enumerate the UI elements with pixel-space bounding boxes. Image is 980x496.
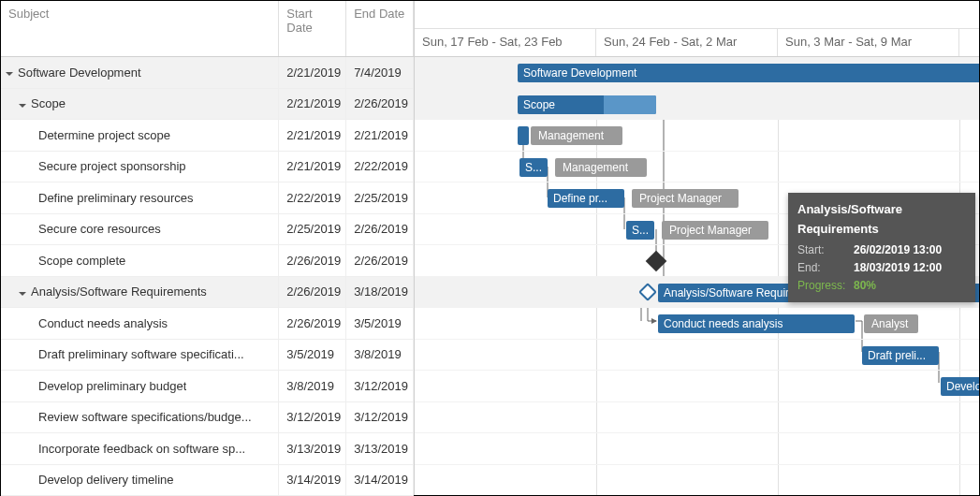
gantt-row[interactable]: Scope: [415, 89, 979, 121]
resource-tag: Analyst: [864, 314, 918, 333]
task-end-date: 2/25/2019: [346, 182, 414, 213]
timeline-week: Sun, 24 Feb - Sat, 2 Mar: [596, 29, 778, 56]
task-start-date: 3/13/2019: [279, 433, 346, 464]
task-row[interactable]: Develop preliminary budget3/8/20193/12/2…: [1, 371, 414, 402]
resource-tag: Project Manager: [662, 221, 768, 240]
task-end-date: 2/26/2019: [346, 245, 414, 276]
expand-caret-icon[interactable]: [18, 287, 27, 297]
task-row[interactable]: Define preliminary resources2/22/20192/2…: [1, 182, 414, 214]
task-start-date: 2/21/2019: [279, 89, 346, 120]
gantt-row[interactable]: [415, 465, 979, 496]
gantt-bar[interactable]: S...: [626, 221, 654, 240]
task-end-date: 3/12/2019: [346, 402, 414, 433]
gantt-timeline-header: Sun, 17 Feb - Sat, 23 FebSun, 24 Feb - S…: [415, 1, 979, 57]
task-subject: Scope complete: [38, 254, 125, 268]
resource-tag: Project Manager: [632, 189, 739, 208]
task-start-date: 2/21/2019: [279, 57, 346, 88]
task-end-date: 3/5/2019: [346, 308, 414, 339]
task-subject: Conduct needs analysis: [38, 316, 168, 330]
task-row[interactable]: Secure project sponsorship2/21/20192/22/…: [1, 152, 414, 183]
task-end-date: 3/18/2019: [346, 277, 414, 308]
gantt-row[interactable]: [415, 402, 979, 434]
task-row[interactable]: Scope2/21/20192/26/2019: [1, 89, 414, 121]
gantt-bar[interactable]: Develo: [941, 377, 979, 396]
gantt-row[interactable]: Management: [415, 120, 979, 152]
resource-tag: Management: [531, 126, 622, 145]
timeline-week: Sun, 17 Feb - Sat, 23 Feb: [415, 29, 596, 56]
task-end-date: 3/12/2019: [346, 371, 414, 401]
gantt-row[interactable]: S...Management: [415, 152, 979, 183]
gantt-row[interactable]: Software Development: [415, 57, 979, 89]
task-start-date: 2/26/2019: [279, 245, 346, 276]
task-row[interactable]: Scope complete2/26/20192/26/2019: [1, 245, 414, 277]
task-subject: Secure project sponsorship: [38, 159, 186, 173]
task-end-date: 2/22/2019: [346, 152, 414, 182]
gantt-row[interactable]: [415, 433, 979, 465]
gantt-bar[interactable]: Draft preli...: [862, 346, 939, 365]
task-end-date: 2/26/2019: [346, 214, 414, 245]
task-end-date: 3/13/2019: [346, 433, 414, 464]
milestone-open-marker[interactable]: [638, 283, 657, 301]
timeline-week: Sun, 3 Mar - Sat, 9 Mar: [778, 29, 959, 56]
task-end-date: 3/8/2019: [346, 340, 414, 371]
task-row[interactable]: Software Development2/21/20197/4/2019: [1, 57, 414, 89]
task-subject: Draft preliminary software specificati..…: [38, 347, 244, 361]
task-subject: Define preliminary resources: [38, 191, 193, 205]
tooltip-start-label: Start:: [797, 241, 854, 259]
task-row[interactable]: Determine project scope2/21/20192/21/201…: [1, 120, 414, 152]
expand-caret-icon[interactable]: [5, 67, 14, 77]
gantt-bar[interactable]: [518, 126, 529, 145]
gantt-bar[interactable]: Define pr...: [548, 189, 624, 208]
gantt-bar[interactable]: Scope: [518, 95, 656, 114]
task-end-date: 7/4/2019: [346, 57, 414, 88]
task-subject: Determine project scope: [38, 128, 170, 142]
task-subject: Incorporate feedback on software sp...: [38, 442, 245, 456]
task-start-date: 2/26/2019: [279, 277, 346, 308]
gantt-bar[interactable]: Conduct needs analysis: [658, 314, 855, 333]
task-subject: Develop delivery timeline: [38, 473, 174, 487]
task-subject: Develop preliminary budget: [38, 379, 186, 393]
task-end-date: 2/21/2019: [346, 120, 414, 151]
task-start-date: 2/21/2019: [279, 120, 346, 151]
tooltip-title: Analysis/Software Requirements: [797, 200, 966, 240]
task-start-date: 3/8/2019: [279, 371, 346, 401]
task-end-date: 2/26/2019: [346, 89, 414, 120]
tooltip-progress-value: 80%: [854, 279, 876, 292]
gantt-bar[interactable]: Software Development: [518, 64, 979, 82]
column-header-start-date[interactable]: Start Date: [279, 1, 346, 56]
task-start-date: 3/14/2019: [279, 465, 346, 496]
task-row[interactable]: Develop delivery timeline3/14/20193/14/2…: [1, 465, 414, 497]
expand-caret-icon[interactable]: [18, 99, 27, 109]
task-row[interactable]: Conduct needs analysis2/26/20193/5/2019: [1, 308, 414, 340]
tooltip-end-label: End:: [797, 259, 854, 277]
task-row[interactable]: Incorporate feedback on software sp...3/…: [1, 433, 414, 465]
resource-tag: Management: [555, 158, 647, 177]
task-subject: Secure core resources: [38, 222, 161, 236]
gantt-row[interactable]: Draft preli...: [415, 340, 979, 372]
task-start-date: 3/12/2019: [279, 402, 346, 433]
gantt-row[interactable]: Conduct needs analysisAnalyst: [415, 308, 979, 340]
task-subject: Analysis/Software Requirements: [31, 284, 207, 299]
tooltip-start-value: 26/02/2019 13:00: [854, 243, 942, 256]
gantt-bar[interactable]: S...: [519, 158, 548, 177]
task-tree-panel: Subject Start Date End Date Software Dev…: [1, 1, 415, 495]
task-start-date: 2/26/2019: [279, 308, 346, 339]
column-header-end-date[interactable]: End Date: [346, 1, 414, 56]
milestone-marker[interactable]: [646, 251, 667, 272]
task-subject: Scope: [31, 96, 66, 110]
task-row[interactable]: Review software specifications/budge...3…: [1, 402, 414, 434]
task-row[interactable]: Analysis/Software Requirements2/26/20193…: [1, 277, 414, 309]
task-start-date: 2/21/2019: [279, 152, 346, 182]
task-end-date: 3/14/2019: [346, 465, 414, 496]
gantt-row[interactable]: Develo: [415, 371, 979, 402]
task-subject: Software Development: [18, 66, 141, 80]
task-start-date: 3/5/2019: [279, 340, 346, 371]
task-tooltip: Analysis/Software Requirements Start:26/…: [788, 193, 975, 302]
tooltip-end-value: 18/03/2019 12:00: [854, 261, 942, 274]
task-row[interactable]: Secure core resources2/25/20192/26/2019: [1, 214, 414, 246]
tree-header: Subject Start Date End Date: [1, 1, 414, 57]
task-row[interactable]: Draft preliminary software specificati..…: [1, 340, 414, 372]
task-subject: Review software specifications/budge...: [38, 410, 252, 424]
tooltip-progress-label: Progress:: [797, 277, 854, 295]
column-header-subject[interactable]: Subject: [1, 1, 279, 56]
